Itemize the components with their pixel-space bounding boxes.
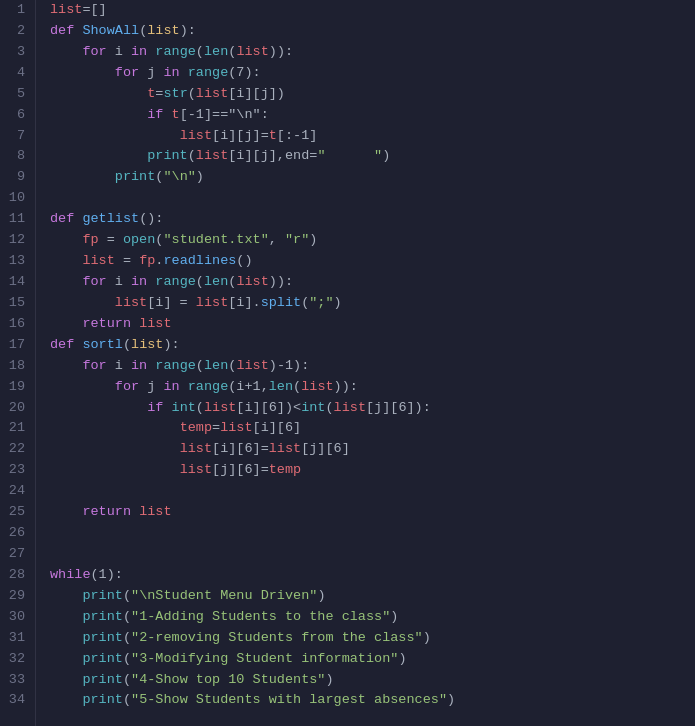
token-builtin: print (82, 588, 123, 603)
token-plain: ( (196, 358, 204, 373)
token-plain: ( (196, 44, 204, 59)
token-plain (50, 253, 82, 268)
token-plain: (): (139, 211, 163, 226)
line-numbers: 1234567891011121314151617181920212223242… (0, 0, 36, 726)
token-kw: in (131, 44, 155, 59)
token-kw: return (82, 504, 139, 519)
token-plain: ) (390, 609, 398, 624)
token-var: list (180, 441, 212, 456)
token-kw: for (82, 358, 114, 373)
token-fn: sortl (82, 337, 123, 352)
token-str: "\nStudent Menu Driven" (131, 588, 317, 603)
token-plain: ( (196, 274, 204, 289)
token-builtin: print (147, 148, 188, 163)
token-str: "4-Show top 10 Students" (131, 672, 325, 687)
token-plain (50, 441, 180, 456)
token-plain: ) (423, 630, 431, 645)
token-var: list (115, 295, 147, 310)
code-line (50, 523, 695, 544)
line-number: 14 (8, 272, 25, 293)
token-plain: [i][j]) (228, 86, 285, 101)
token-plain (50, 65, 115, 80)
token-str: "5-Show Students with largest absences" (131, 692, 447, 707)
code-content: list=[]def ShowAll(list): for i in range… (36, 0, 695, 726)
code-line: while(1): (50, 565, 695, 586)
token-var: list (196, 148, 228, 163)
token-plain (50, 86, 147, 101)
code-line: return list (50, 314, 695, 335)
token-builtin: range (188, 379, 229, 394)
token-plain: ) (325, 672, 333, 687)
token-builtin: print (82, 609, 123, 624)
code-line: def ShowAll(list): (50, 21, 695, 42)
code-line: for i in range(len(list)): (50, 272, 695, 293)
token-plain: ): (180, 23, 196, 38)
token-param: list (147, 23, 179, 38)
token-plain: , (269, 232, 285, 247)
token-plain: () (236, 253, 252, 268)
token-plain: [j][6] (301, 441, 350, 456)
code-line: list[i] = list[i].split(";") (50, 293, 695, 314)
token-var: list (236, 274, 268, 289)
token-var: list (139, 316, 171, 331)
code-line: print("3-Modifying Student information") (50, 649, 695, 670)
token-plain: i (115, 274, 131, 289)
token-builtin: len (204, 44, 228, 59)
token-plain (50, 274, 82, 289)
line-number: 15 (8, 293, 25, 314)
line-number: 19 (8, 377, 25, 398)
token-var: list (220, 420, 252, 435)
token-kw: def (50, 211, 82, 226)
token-plain: i (115, 44, 131, 59)
token-var: temp (180, 420, 212, 435)
token-plain: ( (196, 400, 204, 415)
line-number: 4 (8, 63, 25, 84)
token-op: =[] (82, 2, 106, 17)
token-plain: ( (123, 651, 131, 666)
code-line: print("\n") (50, 167, 695, 188)
token-var: list (196, 295, 228, 310)
line-number: 7 (8, 126, 25, 147)
code-line: return list (50, 502, 695, 523)
token-plain: (i+1, (228, 379, 269, 394)
token-kw: for (82, 274, 114, 289)
token-plain (50, 504, 82, 519)
token-plain: ( (188, 86, 196, 101)
token-var: list (180, 128, 212, 143)
code-line (50, 481, 695, 502)
token-kw: def (50, 23, 82, 38)
token-kw: while (50, 567, 91, 582)
token-plain: [:-1] (277, 128, 318, 143)
token-plain (50, 672, 82, 687)
line-number: 28 (8, 565, 25, 586)
token-kw: in (131, 358, 155, 373)
line-number: 16 (8, 314, 25, 335)
token-plain: [-1]=="\n": (180, 107, 269, 122)
token-kw: in (163, 379, 187, 394)
code-line: list[i][j]=t[:-1] (50, 126, 695, 147)
token-builtin: len (269, 379, 293, 394)
code-editor: 1234567891011121314151617181920212223242… (0, 0, 695, 726)
line-number: 20 (8, 398, 25, 419)
token-var: fp (139, 253, 155, 268)
token-builtin: open (123, 232, 155, 247)
token-fn: getlist (82, 211, 139, 226)
token-kw: for (115, 379, 147, 394)
token-param: list (131, 337, 163, 352)
line-number: 31 (8, 628, 25, 649)
code-line: if t[-1]=="\n": (50, 105, 695, 126)
line-number: 12 (8, 230, 25, 251)
code-line: print("\nStudent Menu Driven") (50, 586, 695, 607)
token-builtin: print (82, 651, 123, 666)
token-builtin: print (82, 672, 123, 687)
token-plain: ( (123, 609, 131, 624)
code-line: for i in range(len(list)-1): (50, 356, 695, 377)
token-str: "1-Adding Students to the class" (131, 609, 390, 624)
code-line: print("4-Show top 10 Students") (50, 670, 695, 691)
token-var: temp (269, 462, 301, 477)
line-number: 5 (8, 84, 25, 105)
token-method: split (261, 295, 302, 310)
token-builtin: print (82, 630, 123, 645)
line-number: 26 (8, 523, 25, 544)
token-builtin: print (82, 692, 123, 707)
